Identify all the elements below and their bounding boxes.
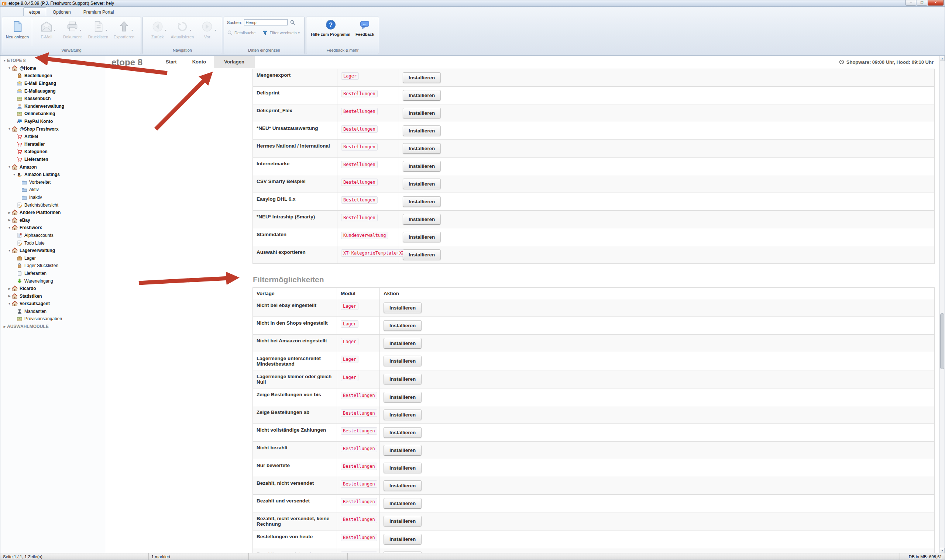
- ribbon-button-e-mail[interactable]: ▾ E-Mail: [34, 18, 59, 47]
- install-button[interactable]: Installieren: [403, 90, 441, 101]
- install-button[interactable]: Installieren: [403, 232, 441, 242]
- tree-item-e-mail-eingang[interactable]: E-Mail Eingang: [0, 80, 106, 88]
- tree-item-wareneingang[interactable]: Wareneingang: [0, 277, 106, 285]
- tree-item-provisionsangaben[interactable]: Provisionsangaben: [0, 315, 106, 323]
- tree-item-lieferanten[interactable]: Lieferanten: [0, 156, 106, 163]
- tree-item-statistiken[interactable]: ▶ Statistiken: [0, 292, 106, 300]
- ribbon-button-feedback[interactable]: ... Feedback: [356, 19, 374, 37]
- install-button[interactable]: Installieren: [384, 409, 422, 420]
- tree-item-etope-8[interactable]: ▼ ETOPE 8: [0, 57, 106, 65]
- ribbon-button-vor[interactable]: ▾ Vor: [195, 18, 220, 47]
- install-button[interactable]: Installieren: [403, 125, 441, 136]
- install-button[interactable]: Installieren: [384, 498, 422, 509]
- install-button[interactable]: Installieren: [403, 143, 441, 154]
- tree-item-kategorien[interactable]: Kategorien: [0, 148, 106, 156]
- expander-open-icon[interactable]: ▼: [7, 127, 12, 131]
- tree-item-alphaaccounts[interactable]: Alphaaccounts: [0, 232, 106, 239]
- content-tab-konto[interactable]: Konto: [185, 56, 214, 68]
- expander-open-icon[interactable]: ▼: [7, 165, 12, 169]
- maximize-button[interactable]: ❐: [917, 0, 927, 6]
- search-icon[interactable]: [290, 20, 296, 25]
- tree-item-amazon[interactable]: ▼ Amazon: [0, 163, 106, 171]
- tree-item-lagerverwaltung[interactable]: ▼ Lagerverwaltung: [0, 247, 106, 255]
- tree-item-verkaufsagent[interactable]: ▼ Verkaufsagent: [0, 300, 106, 308]
- tree-item-andere-plattformen[interactable]: ▶ Andere Plattformen: [0, 209, 106, 217]
- tree-item-aktiv[interactable]: Aktiv: [0, 186, 106, 194]
- tree-item-hersteller[interactable]: Hersteller: [0, 140, 106, 148]
- install-button[interactable]: Installieren: [403, 72, 441, 83]
- install-button[interactable]: Installieren: [384, 320, 422, 331]
- install-button[interactable]: Installieren: [384, 338, 422, 349]
- tree-item-bestellungen[interactable]: Bestellungen: [0, 72, 106, 80]
- install-button[interactable]: Installieren: [403, 249, 441, 260]
- install-button[interactable]: Installieren: [384, 516, 422, 526]
- tree-item-shop-freshworx[interactable]: ▼ @Shop Freshworx: [0, 125, 106, 133]
- tree-item-vorbereitet[interactable]: Vorbereitet: [0, 178, 106, 186]
- ribbon-tab-optionen[interactable]: Optionen: [47, 8, 77, 16]
- expander-closed-icon[interactable]: ▶: [7, 211, 12, 214]
- install-button[interactable]: Installieren: [384, 355, 422, 366]
- ribbon-button-zur-ck[interactable]: ▾ Zurück: [145, 18, 170, 47]
- ribbon-button-hilfe-zum-programm[interactable]: ? Hilfe zum Programm: [311, 19, 350, 37]
- expander-open-icon[interactable]: ▼: [7, 66, 12, 70]
- install-button[interactable]: Installieren: [384, 463, 422, 473]
- install-button[interactable]: Installieren: [403, 178, 441, 189]
- expander-open-icon[interactable]: ▼: [12, 173, 17, 176]
- ribbon-button-dokument[interactable]: ▾ Dokument: [59, 18, 85, 47]
- content-tab-vorlagen[interactable]: Vorlagen: [214, 56, 255, 68]
- install-button[interactable]: Installieren: [384, 392, 422, 403]
- close-button[interactable]: ✕: [928, 0, 943, 6]
- install-button[interactable]: Installieren: [384, 427, 422, 438]
- tree-item-inaktiv[interactable]: Inaktiv: [0, 194, 106, 202]
- install-button[interactable]: Installieren: [384, 303, 422, 313]
- content-tab-start[interactable]: Start: [158, 56, 185, 68]
- ribbon-button-aktualisieren[interactable]: ▾ Aktualisieren: [170, 18, 194, 47]
- expander-closed-icon[interactable]: ▶: [7, 287, 12, 290]
- ribbon-tab-etope[interactable]: etope: [23, 8, 46, 16]
- search-input[interactable]: [244, 19, 288, 25]
- tree-item-paypal-konto[interactable]: PP PayPal Konto: [0, 118, 106, 125]
- expander-open-icon[interactable]: ▼: [7, 302, 12, 305]
- tree-item-kundenverwaltung[interactable]: Kundenverwaltung: [0, 103, 106, 110]
- install-button[interactable]: Installieren: [403, 196, 441, 207]
- expander-open-icon[interactable]: ▼: [7, 226, 12, 229]
- tree-item-lager[interactable]: Lager: [0, 254, 106, 262]
- install-button[interactable]: Installieren: [384, 480, 422, 491]
- install-button[interactable]: Installieren: [403, 214, 441, 225]
- ribbon-button-exportieren[interactable]: ▾ Exportieren: [111, 18, 137, 47]
- filter-wechseln-button[interactable]: Filter wechseln ▾: [262, 30, 299, 36]
- tree-item-mandanten[interactable]: Mandanten: [0, 308, 106, 315]
- expander-closed-icon[interactable]: ▶: [7, 294, 12, 298]
- install-button[interactable]: Installieren: [384, 374, 422, 385]
- tree-item-ebay[interactable]: ▶ eBay: [0, 216, 106, 224]
- tree-item-lieferanten[interactable]: Lieferanten: [0, 270, 106, 277]
- expander-closed-icon[interactable]: ▶: [7, 218, 12, 222]
- install-button[interactable]: Installieren: [384, 534, 422, 545]
- scrollbar-thumb[interactable]: [940, 313, 944, 369]
- tree-item-freshworx[interactable]: ▼ Freshworx: [0, 224, 106, 232]
- tree-item-ricardo[interactable]: ▶ Ricardo: [0, 285, 106, 292]
- detailsuche-button[interactable]: Detailsuche: [227, 30, 256, 36]
- vertical-scrollbar[interactable]: ▲ ▼: [939, 56, 945, 553]
- scroll-down-icon[interactable]: ▼: [940, 548, 945, 553]
- ribbon-button-neu-anlegen[interactable]: Neu anlegen: [5, 18, 30, 47]
- tree-item-home[interactable]: ▼ @Home: [0, 65, 106, 72]
- tree-item-kassenbuch[interactable]: Kassenbuch: [0, 95, 106, 103]
- tree-item-artikel[interactable]: Artikel: [0, 133, 106, 140]
- tree-item-amazon-listings[interactable]: ▼ a Amazon Listings: [0, 171, 106, 178]
- scroll-up-icon[interactable]: ▲: [940, 56, 945, 61]
- ribbon-button-drucklisten[interactable]: ▾ Drucklisten: [85, 18, 111, 47]
- install-button[interactable]: Installieren: [384, 445, 422, 455]
- tree-item-todo-liste[interactable]: Todo Liste: [0, 239, 106, 247]
- minimize-button[interactable]: –: [905, 0, 916, 6]
- expander-open-icon[interactable]: ▼: [2, 59, 7, 62]
- tree-item-e-mailausgang[interactable]: E-Mailausgang: [0, 87, 106, 95]
- ribbon-tab-premium-portal[interactable]: Premium Portal: [77, 8, 120, 16]
- tree-item-berichts-bersicht[interactable]: Berichtsübersicht: [0, 201, 106, 209]
- tree-item-onlinebanking[interactable]: Onlinebanking: [0, 110, 106, 118]
- install-button[interactable]: Installieren: [403, 108, 441, 118]
- tree-item-auswahlmodule[interactable]: ▶ AUSWAHLMODULE: [0, 323, 106, 331]
- tree-item-lager-st-cklisten[interactable]: Lager Stücklisten: [0, 262, 106, 270]
- expander-closed-icon[interactable]: ▶: [2, 325, 7, 328]
- install-button[interactable]: Installieren: [403, 161, 441, 172]
